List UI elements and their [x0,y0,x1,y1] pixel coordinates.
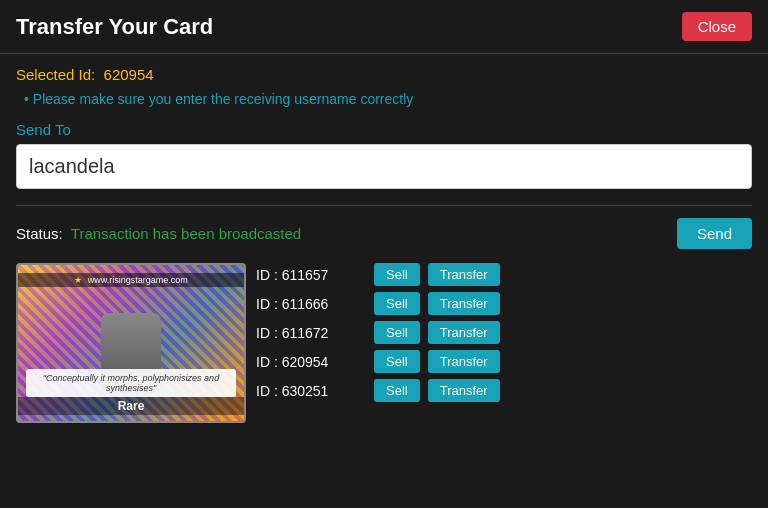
card-id-2: ID : 611666 [256,296,366,312]
card-quote: "Conceptually it morphs, polyphonisizes … [26,369,236,397]
close-button[interactable]: Close [682,12,752,41]
sell-button-1[interactable]: Sell [374,263,420,286]
sell-button-2[interactable]: Sell [374,292,420,315]
card-row-3: ID : 611672 Sell Transfer [256,321,748,344]
transfer-button-1[interactable]: Transfer [428,263,500,286]
status-label: Status: [16,225,63,242]
status-text: Status: Transaction has been broadcasted [16,225,301,242]
selected-id-label: Selected Id: [16,66,95,83]
divider [16,205,752,206]
modal-body: Selected Id: 620954 Please make sure you… [0,54,768,508]
sell-button-4[interactable]: Sell [374,350,420,373]
card-section: ★ www.risingstargame.com "Conceptually i… [16,263,752,496]
card-row-2: ID : 611666 Sell Transfer [256,292,748,315]
sell-button-3[interactable]: Sell [374,321,420,344]
status-value: Transaction has been broadcasted [71,225,301,242]
transfer-button-4[interactable]: Transfer [428,350,500,373]
card-website: ★ www.risingstargame.com [18,273,244,287]
notice-text: Please make sure you enter the receiving… [16,91,752,107]
card-id-3: ID : 611672 [256,325,366,341]
star-icon: ★ [74,275,82,285]
card-row-5: ID : 630251 Sell Transfer [256,379,748,402]
status-row: Status: Transaction has been broadcasted… [16,218,752,249]
modal-header: Transfer Your Card Close [0,0,768,54]
card-list-inner: ID : 611657 Sell Transfer ID : 611666 Se… [256,263,752,402]
selected-id-row: Selected Id: 620954 [16,66,752,83]
card-list: ID : 611657 Sell Transfer ID : 611666 Se… [246,263,752,496]
card-inner: ★ www.risingstargame.com "Conceptually i… [18,265,244,421]
card-id-5: ID : 630251 [256,383,366,399]
card-row-1: ID : 611657 Sell Transfer [256,263,748,286]
card-id-4: ID : 620954 [256,354,366,370]
send-to-input[interactable]: lacandela [16,144,752,189]
modal-title: Transfer Your Card [16,14,213,40]
modal-container: Transfer Your Card Close Selected Id: 62… [0,0,768,508]
card-rarity: Rare [18,397,244,415]
transfer-button-5[interactable]: Transfer [428,379,500,402]
sell-button-5[interactable]: Sell [374,379,420,402]
send-to-label: Send To [16,121,752,138]
card-id-1: ID : 611657 [256,267,366,283]
send-button[interactable]: Send [677,218,752,249]
card-row-4: ID : 620954 Sell Transfer [256,350,748,373]
transfer-button-3[interactable]: Transfer [428,321,500,344]
transfer-button-2[interactable]: Transfer [428,292,500,315]
selected-id-value: 620954 [104,66,154,83]
card-image: ★ www.risingstargame.com "Conceptually i… [16,263,246,423]
card-website-text: www.risingstargame.com [88,275,188,285]
